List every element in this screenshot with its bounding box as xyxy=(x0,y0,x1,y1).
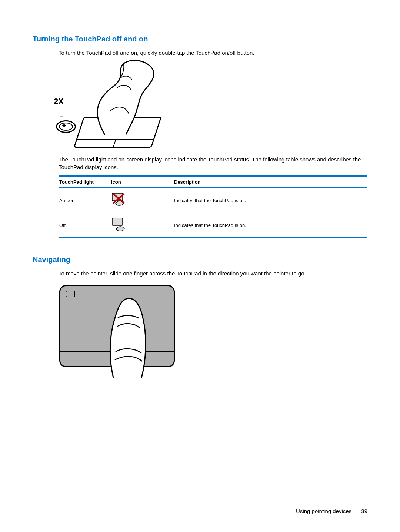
finger-slide-icon xyxy=(106,296,150,378)
table-header-row: TouchPad light Icon Description xyxy=(59,177,367,188)
manual-page: Turning the TouchPad off and on To turn … xyxy=(0,0,400,532)
double-tap-illustration: 2X ↓↓ xyxy=(59,61,173,154)
header-icon: Icon xyxy=(111,179,174,185)
intro-paragraph: To turn the TouchPad off and on, quickly… xyxy=(59,49,367,57)
navigating-paragraph: To move the pointer, slide one finger ac… xyxy=(59,270,367,277)
section-heading-navigating: Navigating xyxy=(33,255,367,265)
touchpad-on-icon xyxy=(111,217,174,233)
table-row: Amber Indicates that the TouchPad is off… xyxy=(59,188,367,213)
cell-light: Off xyxy=(59,222,111,229)
table-row: Off Indicates that the TouchPad is on. xyxy=(59,213,367,237)
cell-description: Indicates that the TouchPad is off. xyxy=(174,197,367,204)
header-description: Description xyxy=(174,179,367,185)
2x-label: 2X xyxy=(54,96,64,107)
svg-rect-3 xyxy=(112,218,123,225)
footer-section-name: Using pointing devices xyxy=(296,508,351,514)
cell-light: Amber xyxy=(59,197,111,204)
touchpad-button-target-icon xyxy=(56,120,76,133)
footer-page-number: 39 xyxy=(361,508,367,514)
section-heading-touchpad-off-on: Turning the TouchPad off and on xyxy=(33,34,367,44)
hand-tapping-icon xyxy=(84,59,159,137)
cell-description: Indicates that the TouchPad is on. xyxy=(174,222,367,229)
navigating-illustration xyxy=(59,282,177,378)
touchpad-off-icon xyxy=(111,192,174,208)
page-footer: Using pointing devices 39 xyxy=(296,508,367,515)
header-touchpad-light: TouchPad light xyxy=(59,179,111,185)
down-arrows-icon: ↓↓ xyxy=(59,110,61,119)
touchpad-status-table: TouchPad light Icon Description Amber In… xyxy=(59,175,367,239)
after-figure-paragraph: The TouchPad light and on-screen display… xyxy=(59,156,367,171)
